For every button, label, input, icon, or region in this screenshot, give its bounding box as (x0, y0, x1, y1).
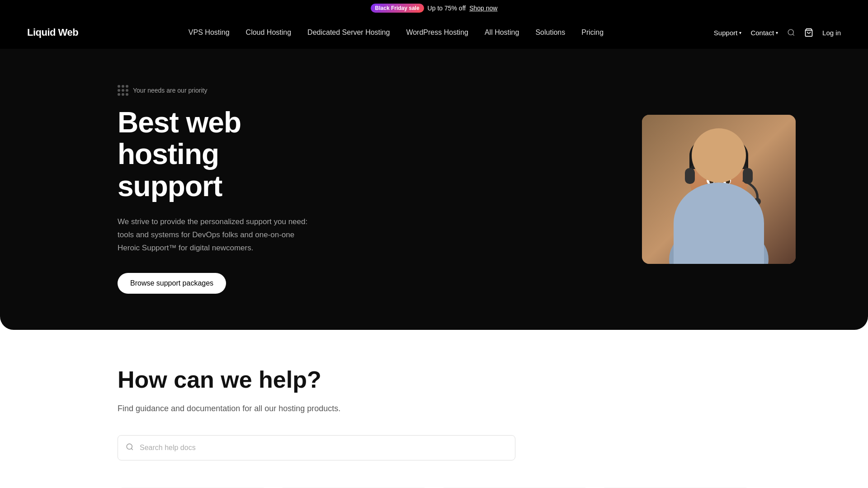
announcement-bar: Black Friday sale Up to 75% off Shop now (0, 0, 868, 16)
black-friday-badge: Black Friday sale (371, 4, 424, 13)
nav-item-solutions[interactable]: Solutions (535, 28, 565, 37)
svg-line-1 (793, 34, 794, 35)
shop-now-link[interactable]: Shop now (469, 5, 497, 12)
nav-item-pricing[interactable]: Pricing (581, 28, 604, 37)
search-help-docs-input[interactable] (118, 435, 515, 460)
hero-eyebrow: Your needs are our priority (118, 85, 344, 96)
search-container (118, 435, 515, 460)
nav-item-all-hosting[interactable]: All Hosting (485, 28, 519, 37)
grid-icon (118, 85, 128, 96)
nav-item-cloud-hosting[interactable]: Cloud Hosting (246, 28, 292, 37)
help-section: How can we help? Find guidance and docum… (0, 330, 868, 488)
help-section-title: How can we help? (118, 366, 750, 393)
svg-point-0 (788, 29, 793, 35)
logo[interactable]: Liquid Web (27, 27, 78, 38)
svg-rect-7 (689, 155, 748, 169)
contact-label: Contact (750, 29, 774, 37)
svg-point-5 (689, 145, 748, 211)
search-icon (787, 28, 795, 37)
search-button[interactable] (787, 28, 795, 37)
browse-support-button[interactable]: Browse support packages (118, 273, 226, 294)
svg-point-4 (669, 223, 769, 264)
search-input-icon (126, 443, 134, 453)
cart-icon (804, 28, 813, 37)
svg-point-15 (127, 444, 132, 449)
login-button[interactable]: Log in (822, 29, 841, 37)
hero-description: We strive to provide the personalized su… (118, 216, 312, 255)
nav-item-vps-hosting[interactable]: VPS Hosting (189, 28, 230, 37)
svg-line-16 (131, 448, 132, 450)
hero-image-svg (642, 115, 796, 264)
svg-point-11 (707, 176, 715, 185)
svg-point-10 (754, 198, 761, 205)
hero-section: Your needs are our priority Best web hos… (0, 49, 868, 330)
svg-point-6 (689, 135, 748, 176)
support-label: Support (714, 29, 738, 37)
nav-actions: Support ▾ Contact ▾ Log in (714, 28, 841, 37)
support-chevron-icon: ▾ (739, 30, 741, 35)
svg-point-14 (726, 178, 730, 184)
contact-chevron-icon: ▾ (776, 30, 778, 35)
hero-image (642, 115, 796, 264)
svg-point-13 (709, 178, 714, 184)
svg-rect-3 (642, 115, 796, 264)
top-navigation: Liquid Web VPS Hosting Cloud Hosting Ded… (0, 16, 868, 49)
search-magnifier-icon (126, 443, 134, 451)
svg-rect-8 (685, 168, 695, 184)
hero-title: Best web hosting support (118, 107, 344, 202)
hero-title-line1: Best web hosting (118, 106, 241, 170)
main-nav: VPS Hosting Cloud Hosting Dedicated Serv… (189, 28, 604, 37)
cart-button[interactable] (804, 28, 813, 37)
nav-item-dedicated-server[interactable]: Dedicated Server Hosting (307, 28, 390, 37)
hero-eyebrow-text: Your needs are our priority (133, 87, 207, 94)
hero-content: Your needs are our priority Best web hos… (118, 85, 344, 294)
contact-dropdown[interactable]: Contact ▾ (750, 29, 778, 37)
announcement-text: Up to 75% off (428, 5, 466, 12)
help-section-description: Find guidance and documentation for all … (118, 404, 750, 413)
nav-item-wordpress-hosting[interactable]: WordPress Hosting (406, 28, 468, 37)
hero-title-line2: support (118, 170, 222, 202)
support-dropdown[interactable]: Support ▾ (714, 29, 742, 37)
